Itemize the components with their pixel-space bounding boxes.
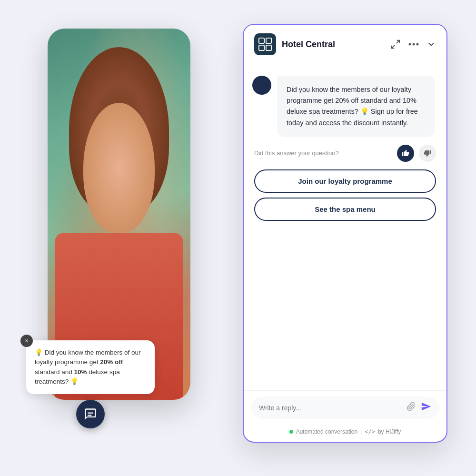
svg-rect-4 xyxy=(259,45,264,50)
feedback-row: Did this answer your question? xyxy=(252,145,438,162)
face xyxy=(83,103,155,233)
widget-footer: Automated conversation | </> by HiJiffy xyxy=(244,425,446,442)
chat-widget: Hotel Central xyxy=(243,24,447,443)
loyalty-button[interactable]: Join our loyalty programme xyxy=(254,169,436,193)
bold-10: 10% xyxy=(74,368,87,376)
action-buttons: Join our loyalty programme See the spa m… xyxy=(252,169,438,221)
svg-line-7 xyxy=(392,45,395,48)
collapse-button[interactable] xyxy=(426,40,436,49)
close-button[interactable]: × xyxy=(20,335,33,347)
thumbs-up-button[interactable] xyxy=(397,145,414,162)
svg-rect-1 xyxy=(88,415,91,416)
logo-icon xyxy=(258,37,272,51)
svg-point-10 xyxy=(416,43,419,46)
bot-avatar xyxy=(252,76,271,95)
widget-body: Did you know the members of our loyalty … xyxy=(244,64,446,390)
scene: × 💡 Did you know the members of our loya… xyxy=(0,0,476,476)
widget-header: Hotel Central xyxy=(244,25,446,64)
svg-rect-0 xyxy=(88,413,93,414)
input-area xyxy=(244,390,446,425)
bold-20: 20% off xyxy=(100,358,123,366)
hotel-logo xyxy=(254,33,276,55)
feedback-label: Did this answer your question? xyxy=(254,149,392,157)
status-dot xyxy=(289,430,293,434)
send-button[interactable] xyxy=(421,401,431,414)
thumbs-down-button[interactable] xyxy=(419,145,436,162)
chat-icon xyxy=(84,407,97,421)
more-button[interactable] xyxy=(408,42,419,46)
expand-button[interactable] xyxy=(390,39,401,50)
bubble-message: × 💡 Did you know the members of our loya… xyxy=(26,340,155,394)
message-bubble: Did you know the members of our loyalty … xyxy=(277,76,435,137)
hotel-name: Hotel Central xyxy=(282,40,385,50)
svg-rect-3 xyxy=(266,38,271,43)
svg-rect-2 xyxy=(259,38,264,43)
spa-menu-button[interactable]: See the spa menu xyxy=(254,198,436,221)
message-text: Did you know the members of our loyalty … xyxy=(287,86,418,127)
svg-point-9 xyxy=(413,43,415,46)
svg-line-6 xyxy=(397,40,399,43)
bubble-text: 💡 Did you know the members of our loyalt… xyxy=(35,349,141,385)
close-icon: × xyxy=(25,337,28,345)
footer-code: </> xyxy=(365,428,375,435)
reply-input[interactable] xyxy=(259,404,402,412)
footer-status: Automated conversation xyxy=(296,428,357,435)
attachment-icon[interactable] xyxy=(407,402,416,414)
notification-bubble: × 💡 Did you know the members of our loya… xyxy=(26,340,155,428)
footer-divider: | xyxy=(360,428,362,435)
svg-rect-5 xyxy=(266,45,271,50)
input-row xyxy=(251,397,439,419)
svg-point-8 xyxy=(409,43,411,46)
footer-by: by HiJiffy xyxy=(378,428,401,435)
header-actions xyxy=(390,39,436,50)
chat-toggle-button[interactable] xyxy=(76,400,105,428)
